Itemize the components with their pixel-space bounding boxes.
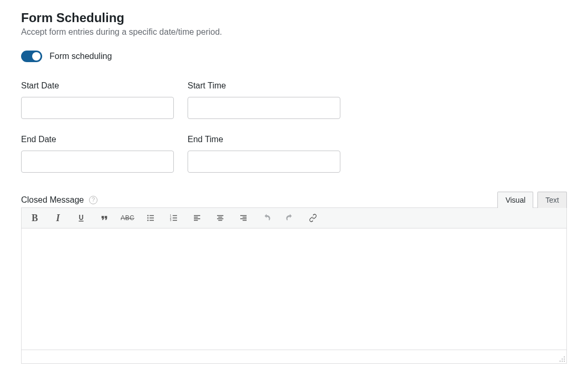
svg-point-25: [562, 359, 563, 360]
svg-point-2: [148, 220, 149, 221]
tab-visual[interactable]: Visual: [497, 192, 533, 208]
svg-text:3: 3: [170, 219, 172, 222]
svg-rect-17: [218, 217, 222, 218]
tab-text[interactable]: Text: [537, 192, 567, 208]
blockquote-button[interactable]: [99, 212, 110, 224]
form-scheduling-toggle-label: Form scheduling: [50, 52, 112, 61]
svg-rect-22: [240, 218, 247, 220]
redo-button[interactable]: [284, 212, 296, 224]
svg-rect-19: [218, 220, 222, 221]
editor-statusbar: [22, 350, 566, 363]
editor-textarea[interactable]: [22, 228, 566, 350]
align-right-button[interactable]: [238, 212, 249, 224]
start-date-input[interactable]: [21, 97, 174, 119]
end-time-label: End Time: [188, 135, 340, 144]
start-date-label: Start Date: [21, 81, 174, 91]
editor-tabs: Visual Text: [497, 192, 567, 208]
underline-button[interactable]: [75, 212, 87, 224]
start-time-input[interactable]: [188, 97, 340, 119]
svg-point-0: [148, 215, 149, 216]
svg-point-27: [560, 361, 561, 362]
closed-message-label: Closed Message: [21, 195, 84, 205]
bold-button[interactable]: B: [29, 212, 41, 224]
end-date-input[interactable]: [21, 151, 174, 173]
svg-rect-9: [173, 215, 177, 216]
align-left-button[interactable]: [191, 212, 203, 224]
svg-rect-16: [217, 215, 223, 216]
svg-rect-14: [194, 218, 200, 220]
rich-text-editor: B I ABC 123: [21, 207, 567, 364]
numbered-list-button[interactable]: 123: [168, 212, 180, 224]
end-time-input[interactable]: [188, 151, 340, 173]
undo-button[interactable]: [261, 212, 272, 224]
svg-point-29: [564, 361, 565, 362]
svg-point-28: [562, 361, 563, 362]
form-scheduling-toggle[interactable]: [21, 51, 42, 62]
align-center-button[interactable]: [214, 212, 226, 224]
svg-rect-13: [194, 217, 198, 218]
bulleted-list-button[interactable]: [145, 212, 156, 224]
svg-rect-18: [217, 218, 223, 220]
svg-point-1: [148, 217, 149, 218]
svg-rect-11: [173, 220, 177, 221]
svg-rect-4: [150, 217, 154, 218]
form-scheduling-toggle-row: Form scheduling: [21, 51, 567, 62]
svg-rect-12: [194, 215, 200, 216]
svg-rect-15: [194, 220, 198, 221]
page-title: Form Scheduling: [21, 11, 567, 25]
help-icon[interactable]: ?: [89, 196, 97, 204]
svg-rect-5: [150, 220, 154, 221]
svg-rect-3: [150, 215, 154, 216]
end-date-field: End Date: [21, 135, 174, 173]
page-description: Accept form entries during a specific da…: [21, 27, 567, 37]
svg-point-24: [564, 356, 565, 357]
svg-rect-23: [243, 220, 247, 221]
link-button[interactable]: [307, 212, 319, 224]
date-time-grid: Start Date Start Time End Date End Time: [21, 81, 567, 173]
svg-rect-21: [243, 217, 247, 218]
strikethrough-button[interactable]: ABC: [122, 212, 133, 224]
start-date-field: Start Date: [21, 81, 174, 119]
svg-point-26: [564, 359, 565, 360]
start-time-label: Start Time: [188, 81, 340, 91]
end-date-label: End Date: [21, 135, 174, 144]
italic-button[interactable]: I: [52, 212, 64, 224]
editor-toolbar: B I ABC 123: [22, 208, 566, 228]
start-time-field: Start Time: [188, 81, 340, 119]
svg-rect-10: [173, 217, 177, 218]
closed-message-header: Closed Message ? Visual Text: [21, 192, 567, 208]
resize-grip-icon[interactable]: [558, 355, 565, 362]
end-time-field: End Time: [188, 135, 340, 173]
svg-rect-20: [240, 215, 247, 216]
